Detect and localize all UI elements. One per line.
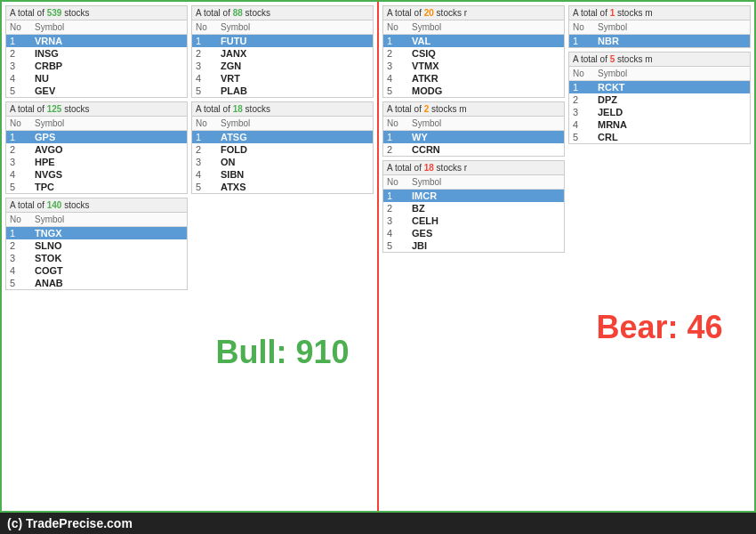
table-row: 1GPS <box>6 131 187 143</box>
table-row: 5TPC <box>6 181 187 193</box>
table-row: 4COGT <box>6 264 187 277</box>
count-20: 20 <box>424 8 434 18</box>
table-row: 4SIBN <box>192 168 373 181</box>
table-row: 3HPE <box>6 156 187 168</box>
table-row: 5GEV <box>6 85 187 97</box>
table-row: 2CCRN <box>383 143 564 156</box>
footer-text: (c) TradePrecise.com <box>7 516 133 530</box>
table-row: 5ATXS <box>192 181 373 193</box>
table-header-5: A total of 18 stocks <box>192 102 373 117</box>
table-row: 5PLAB <box>192 85 373 97</box>
table-row: 1RCKT <box>569 81 750 93</box>
table-row: 3ON <box>192 156 373 168</box>
col-headers: No Symbol <box>569 67 750 81</box>
table-row: 2BZ <box>383 202 564 214</box>
right-col-2: A total of 1 stocks m No Symbol 1NBR A t… <box>568 5 751 507</box>
table-header-9: A total of 1 stocks m <box>569 6 750 20</box>
table-header-6: A total of 20 stocks r <box>383 6 564 20</box>
col-headers: No Symbol <box>192 20 373 35</box>
table-row: 1TNGX <box>6 227 187 239</box>
table-row: 3CRBP <box>6 60 187 72</box>
main-content: A total of 539 stocks No Symbol 1VRNA 2I… <box>0 0 756 513</box>
table-row: 2INSG <box>6 47 187 60</box>
count-125: 125 <box>47 104 62 114</box>
table-row: 4GES <box>383 227 564 239</box>
table-header-10: A total of 5 stocks m <box>569 53 750 67</box>
bear-label: Bear: 46 <box>568 148 751 507</box>
right-panel: A total of 20 stocks r No Symbol 1VAL 2C… <box>379 2 754 511</box>
stock-table-3: A total of 140 stocks No Symbol 1TNGX 2S… <box>5 198 188 290</box>
count-88: 88 <box>233 8 243 18</box>
bull-label: Bull: 910 <box>191 198 374 507</box>
col-headers: No Symbol <box>192 117 373 131</box>
table-row: 1VAL <box>383 35 564 47</box>
table-row: 4NU <box>6 72 187 85</box>
stock-table-1: A total of 539 stocks No Symbol 1VRNA 2I… <box>5 5 188 98</box>
table-row: 1IMCR <box>383 190 564 202</box>
left-col-2: A total of 88 stocks No Symbol 1FUTU 2JA… <box>191 5 374 507</box>
table-row: 4NVGS <box>6 168 187 181</box>
table-row: 1ATSG <box>192 131 373 143</box>
left-panel: A total of 539 stocks No Symbol 1VRNA 2I… <box>2 2 379 511</box>
col-sym-label: Symbol <box>35 22 183 32</box>
col-headers: No Symbol <box>6 213 187 227</box>
col-no-label: No <box>10 22 35 32</box>
table-row: 4ATKR <box>383 72 564 85</box>
table-row: 2SLNO <box>6 239 187 252</box>
table-row: 1VRNA <box>6 35 187 47</box>
stock-table-2: A total of 125 stocks No Symbol 1GPS 2AV… <box>5 101 188 194</box>
stock-table-9: A total of 1 stocks m No Symbol 1NBR <box>568 5 751 48</box>
count-1: 1 <box>610 8 615 18</box>
col-headers: No Symbol <box>383 117 564 131</box>
left-col-1: A total of 539 stocks No Symbol 1VRNA 2I… <box>5 5 188 507</box>
footer: (c) TradePrecise.com <box>0 513 756 534</box>
col-headers: No Symbol <box>383 175 564 190</box>
col-headers: No Symbol <box>6 20 187 35</box>
table-row: 2FOLD <box>192 143 373 156</box>
table-row: 4VRT <box>192 72 373 85</box>
table-row: 3STOK <box>6 252 187 264</box>
table-header-3: A total of 140 stocks <box>6 198 187 213</box>
table-row: 5MODG <box>383 85 564 97</box>
table-header-4: A total of 88 stocks <box>192 6 373 20</box>
table-header-2: A total of 125 stocks <box>6 102 187 117</box>
table-row: 3VTMX <box>383 60 564 72</box>
table-row: 3CELH <box>383 214 564 227</box>
stock-table-5: A total of 18 stocks No Symbol 1ATSG 2FO… <box>191 101 374 194</box>
table-header-1: A total of 539 stocks <box>6 6 187 20</box>
table-row: 1WY <box>383 131 564 143</box>
table-row: 2JANX <box>192 47 373 60</box>
count-539: 539 <box>47 8 62 18</box>
stock-table-10: A total of 5 stocks m No Symbol 1RCKT 2D… <box>568 52 751 144</box>
table-header-7: A total of 2 stocks m <box>383 102 564 117</box>
table-row: 2DPZ <box>569 93 750 106</box>
right-col-1: A total of 20 stocks r No Symbol 1VAL 2C… <box>382 5 565 507</box>
table-row: 3ZGN <box>192 60 373 72</box>
table-row: 5JBI <box>383 239 564 252</box>
table-row: 2AVGO <box>6 143 187 156</box>
stock-table-8: A total of 18 stocks r No Symbol 1IMCR 2… <box>382 160 565 253</box>
stock-table-7: A total of 2 stocks m No Symbol 1WY 2CCR… <box>382 101 565 157</box>
table-row: 1FUTU <box>192 35 373 47</box>
table-row: 1NBR <box>569 35 750 47</box>
table-row: 5CRL <box>569 131 750 143</box>
col-headers: No Symbol <box>6 117 187 131</box>
table-row: 2CSIQ <box>383 47 564 60</box>
table-row: 3JELD <box>569 106 750 118</box>
table-header-8: A total of 18 stocks r <box>383 161 564 175</box>
stock-table-6: A total of 20 stocks r No Symbol 1VAL 2C… <box>382 5 565 98</box>
count-18: 18 <box>233 104 243 114</box>
count-18r: 18 <box>424 163 434 173</box>
count-2: 2 <box>424 104 430 114</box>
col-headers: No Symbol <box>569 20 750 35</box>
stock-table-4: A total of 88 stocks No Symbol 1FUTU 2JA… <box>191 5 374 98</box>
table-row: 5ANAB <box>6 277 187 289</box>
count-140: 140 <box>47 200 62 210</box>
count-5: 5 <box>610 54 615 64</box>
col-headers: No Symbol <box>383 20 564 35</box>
table-row: 4MRNA <box>569 118 750 131</box>
